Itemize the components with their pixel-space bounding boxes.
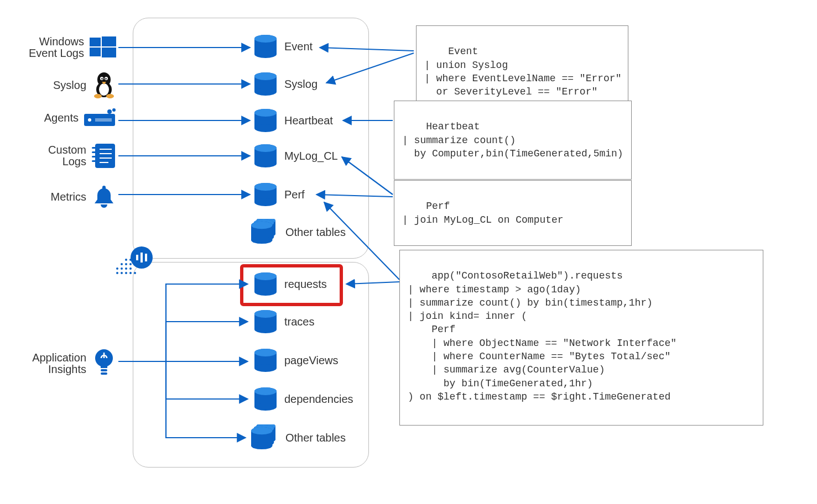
source-syslog: Syslog (11, 72, 116, 98)
table-dependencies-label: dependencies (284, 393, 353, 406)
table-other-bot: Other tables (250, 424, 346, 451)
svg-rect-43 (101, 372, 107, 375)
database-icon (253, 387, 278, 411)
table-pageviews-label: pageViews (284, 354, 338, 367)
database-icon (253, 348, 278, 372)
database-icon (253, 108, 278, 133)
svg-rect-14 (90, 38, 101, 46)
table-event: Event (253, 34, 313, 59)
source-syslog-label: Syslog (53, 80, 86, 91)
query-text: Event | union Syslog | where EventLevelN… (424, 46, 621, 97)
table-requests-label: requests (284, 278, 327, 291)
multi-database-icon (250, 219, 279, 245)
table-heartbeat: Heartbeat (253, 108, 333, 133)
table-mylog: MyLog_CL (253, 144, 338, 168)
windows-icon (90, 34, 116, 61)
table-traces: traces (253, 309, 314, 334)
svg-point-24 (105, 78, 107, 80)
server-icon (84, 108, 116, 127)
svg-point-9 (121, 263, 123, 265)
diagram-stage: Windows Event Logs Syslog Agents Custom (0, 0, 817, 504)
svg-rect-29 (95, 118, 112, 122)
database-icon (253, 144, 278, 168)
source-windows-label: Windows Event Logs (29, 36, 84, 59)
svg-rect-42 (101, 369, 107, 371)
bell-icon (92, 183, 116, 210)
svg-point-3 (129, 272, 132, 274)
svg-point-11 (129, 263, 132, 265)
svg-rect-34 (92, 151, 97, 153)
svg-point-1 (121, 272, 123, 274)
text: Application (32, 351, 86, 364)
svg-point-6 (121, 267, 123, 270)
svg-point-7 (125, 267, 127, 270)
table-syslog: Syslog (253, 72, 318, 96)
svg-point-4 (134, 272, 136, 274)
text: Windows (39, 35, 84, 48)
query-box-heartbeat: Heartbeat | summarize count() by Compute… (394, 101, 632, 180)
svg-point-20 (99, 83, 109, 96)
svg-rect-33 (92, 147, 97, 149)
svg-point-31 (112, 108, 116, 112)
query-box-appinsights: app("ContosoRetailWeb").requests | where… (399, 250, 763, 426)
database-icon (253, 72, 278, 96)
table-pageviews: pageViews (253, 348, 338, 372)
query-box-perf-join: Perf | join MyLog_CL on Computer (394, 180, 632, 246)
database-icon (253, 34, 278, 59)
table-traces-label: traces (284, 316, 314, 328)
source-app-insights-label: Application Insights (32, 352, 86, 375)
svg-point-30 (107, 109, 112, 114)
svg-point-12 (125, 259, 127, 261)
linux-penguin-icon (92, 72, 116, 98)
source-agents-label: Agents (44, 112, 79, 124)
svg-point-25 (94, 94, 102, 98)
svg-point-23 (101, 78, 103, 80)
source-custom-logs-label: Custom Logs (48, 144, 86, 167)
table-perf-label: Perf (284, 188, 305, 201)
query-text: Heartbeat | summarize count() by Compute… (402, 121, 623, 159)
database-icon (253, 272, 278, 296)
svg-rect-32 (95, 144, 115, 168)
svg-rect-35 (92, 156, 97, 158)
source-agents: Agents (11, 108, 116, 127)
text: Custom (48, 144, 86, 156)
table-event-label: Event (284, 40, 313, 53)
source-metrics: Metrics (11, 183, 116, 210)
analytics-badge-icon (131, 246, 153, 269)
database-icon (253, 182, 278, 207)
database-icon (253, 309, 278, 334)
svg-rect-17 (102, 48, 116, 57)
svg-point-26 (106, 94, 114, 98)
table-other-top-label: Other tables (285, 226, 346, 239)
table-requests: requests (253, 272, 327, 296)
query-text: Perf | join MyLog_CL on Computer (402, 201, 564, 225)
svg-point-8 (129, 267, 132, 270)
svg-rect-15 (102, 36, 116, 46)
svg-rect-36 (92, 160, 97, 162)
multi-database-icon (250, 424, 279, 451)
source-app-insights: Application Insights (11, 348, 116, 379)
svg-rect-16 (90, 48, 101, 56)
table-other-bot-label: Other tables (285, 432, 346, 444)
text: Event Logs (29, 47, 84, 59)
table-dependencies: dependencies (253, 387, 353, 411)
source-windows: Windows Event Logs (11, 34, 116, 61)
svg-point-0 (116, 272, 118, 274)
text: Logs (63, 155, 86, 167)
table-heartbeat-label: Heartbeat (284, 114, 333, 127)
table-perf: Perf (253, 182, 305, 207)
query-text: app("ContosoRetailWeb").requests | where… (408, 270, 677, 402)
lightbulb-icon (92, 348, 116, 379)
text: Insights (48, 363, 86, 375)
notebook-icon (92, 143, 116, 169)
svg-point-5 (116, 267, 118, 270)
svg-point-10 (125, 263, 127, 265)
svg-point-28 (88, 118, 91, 122)
svg-point-2 (125, 272, 127, 274)
table-other-top: Other tables (250, 219, 346, 245)
source-custom-logs: Custom Logs (11, 143, 116, 169)
source-metrics-label: Metrics (51, 191, 86, 203)
table-mylog-label: MyLog_CL (284, 150, 338, 162)
table-syslog-label: Syslog (284, 78, 318, 91)
